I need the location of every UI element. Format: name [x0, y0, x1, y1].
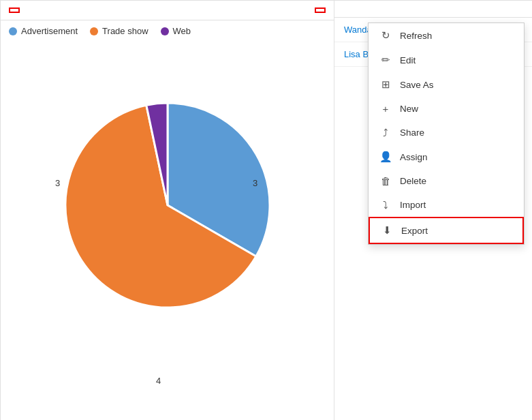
import-label: Import: [400, 200, 426, 210]
legend-label: Web: [173, 26, 191, 36]
more-options-button[interactable]: [315, 7, 326, 13]
menu-item-delete[interactable]: 🗑Delete: [369, 169, 524, 193]
menu-item-refresh[interactable]: ↻Refresh: [369, 23, 524, 48]
delete-label: Delete: [400, 176, 426, 186]
legend-item: Advertisement: [9, 26, 78, 36]
pie-chart: [65, 103, 270, 308]
menu-item-new[interactable]: +New: [369, 97, 524, 121]
chart-header: [1, 1, 334, 20]
chart-panel: AdvertisementTrade showWeb 3 4 3: [1, 1, 334, 420]
menu-item-edit[interactable]: ✏Edit: [369, 48, 524, 72]
legend-item: Web: [161, 26, 191, 36]
right-header: [334, 1, 532, 18]
main-container: AdvertisementTrade showWeb 3 4 3 Wanda G…: [0, 0, 532, 420]
legend-label: Advertisement: [21, 26, 78, 36]
assign-icon: 👤: [379, 151, 392, 163]
pie-label-tradeshow: 4: [156, 376, 161, 386]
menu-item-import[interactable]: ⤵Import: [369, 193, 524, 217]
legend-dot: [161, 27, 169, 35]
share-label: Share: [400, 127, 424, 138]
expand-button[interactable]: [304, 9, 309, 12]
chart-actions: [304, 7, 326, 13]
legend-item: Trade show: [90, 26, 148, 36]
legend-label: Trade show: [102, 26, 148, 36]
save-as-label: Save As: [400, 80, 434, 90]
menu-item-export[interactable]: ⬇Export: [369, 217, 524, 244]
menu-item-save-as[interactable]: ⊞Save As: [369, 72, 524, 97]
pie-area: 3 4 3: [1, 42, 334, 369]
pie-label-web: 3: [55, 178, 60, 188]
save-as-icon: ⊞: [379, 78, 392, 91]
new-icon: +: [379, 103, 392, 115]
share-icon: ⤴: [379, 127, 392, 138]
legend-dot: [9, 27, 17, 35]
export-icon: ⬇: [381, 224, 393, 237]
legend: AdvertisementTrade showWeb: [1, 20, 334, 42]
edit-label: Edit: [400, 55, 416, 65]
new-label: New: [400, 104, 418, 114]
dropdown-menu: ↻Refresh✏Edit⊞Save As+New⤴Share👤Assign🗑D…: [368, 22, 525, 245]
export-label: Export: [401, 226, 428, 236]
chart-title-area: [9, 7, 24, 13]
menu-item-assign[interactable]: 👤Assign: [369, 145, 524, 169]
refresh-icon: ↻: [379, 29, 392, 42]
delete-icon: 🗑: [379, 175, 392, 187]
refresh-label: Refresh: [400, 31, 432, 41]
chart-title[interactable]: [9, 7, 20, 13]
assign-label: Assign: [400, 152, 428, 162]
menu-item-share[interactable]: ⤴Share: [369, 121, 524, 145]
edit-icon: ✏: [379, 54, 392, 66]
legend-dot: [90, 27, 98, 35]
import-icon: ⤵: [379, 199, 392, 211]
pie-label-advertisement: 3: [253, 178, 257, 188]
